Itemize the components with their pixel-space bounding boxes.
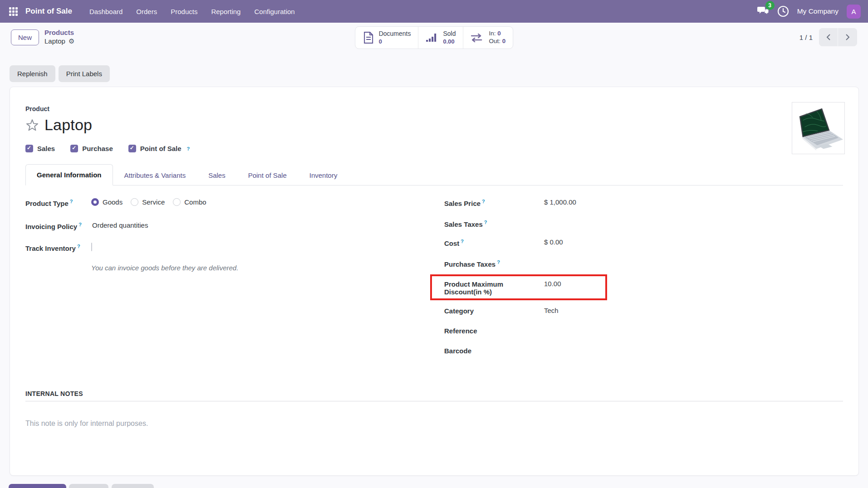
product-type-label: Product Type? bbox=[25, 198, 91, 207]
messages-count-badge: 3 bbox=[765, 1, 775, 10]
chevron-right-icon bbox=[845, 34, 850, 41]
menu-reporting[interactable]: Reporting bbox=[206, 5, 246, 19]
tab-sales[interactable]: Sales bbox=[197, 164, 237, 185]
bar-chart-icon bbox=[426, 32, 438, 44]
menu-products[interactable]: Products bbox=[165, 5, 203, 19]
breadcrumb-products-link[interactable]: Products bbox=[44, 29, 74, 37]
cost-label: Cost? bbox=[444, 238, 544, 247]
purchase-toggle[interactable]: Purchase bbox=[70, 145, 113, 152]
highlight-box: Product Maximum Discount(in %) 10.00 bbox=[430, 274, 607, 300]
company-switcher[interactable]: My Company bbox=[797, 7, 839, 15]
document-icon bbox=[363, 31, 374, 44]
smart-buttons: Documents 0 Sold 0.00 In: 0 Ou bbox=[355, 26, 514, 49]
top-navbar: Point of Sale Dashboard Orders Products … bbox=[0, 0, 868, 23]
sold-label: Sold bbox=[443, 30, 456, 38]
chevron-left-icon bbox=[826, 34, 831, 41]
grid-icon bbox=[9, 7, 18, 16]
in-out-smart-button[interactable]: In: 0 Out: 0 bbox=[464, 27, 513, 49]
menu-dashboard[interactable]: Dashboard bbox=[84, 5, 128, 19]
point-of-sale-toggle-label: Point of Sale bbox=[140, 145, 181, 152]
documents-count: 0 bbox=[379, 38, 382, 45]
reference-label: Reference bbox=[444, 327, 544, 335]
main-menu: Dashboard Orders Products Reporting Conf… bbox=[84, 5, 300, 19]
record-type-label: Product bbox=[25, 105, 843, 112]
goods-radio-icon[interactable] bbox=[91, 198, 99, 206]
form-sheet: Product Laptop Sales Purchase Point of S… bbox=[10, 87, 859, 476]
transfer-arrows-icon bbox=[471, 32, 485, 43]
help-icon: ? bbox=[484, 220, 487, 225]
in-value: 0 bbox=[497, 30, 501, 37]
laptop-image bbox=[792, 102, 844, 154]
menu-orders[interactable]: Orders bbox=[131, 5, 162, 19]
sales-checkbox[interactable] bbox=[25, 145, 33, 152]
replenish-button[interactable]: Replenish bbox=[10, 65, 55, 82]
favorite-star-icon[interactable] bbox=[25, 118, 39, 132]
app-name[interactable]: Point of Sale bbox=[25, 7, 72, 16]
chatter-secondary-button[interactable] bbox=[69, 484, 108, 488]
user-avatar[interactable]: A bbox=[847, 5, 861, 19]
sold-value: 0.00 bbox=[443, 38, 454, 45]
form-left-column: Product Type? Goods Service Combo bbox=[25, 198, 444, 365]
status-buttons-row: Replenish Print Labels bbox=[10, 65, 868, 82]
chatter-tertiary-button[interactable] bbox=[112, 484, 154, 488]
purchase-taxes-label: Purchase Taxes? bbox=[444, 259, 544, 268]
pager: 1 / 1 bbox=[799, 28, 857, 46]
documents-smart-button[interactable]: Documents 0 bbox=[355, 27, 419, 49]
combo-radio-icon[interactable] bbox=[173, 198, 181, 206]
product-maximum-discount-label: Product Maximum Discount(in %) bbox=[444, 280, 544, 296]
sales-toggle[interactable]: Sales bbox=[25, 145, 55, 152]
barcode-label: Barcode bbox=[444, 346, 544, 355]
out-value: 0 bbox=[502, 38, 506, 44]
internal-notes-section: INTERNAL NOTES This note is only for int… bbox=[25, 390, 843, 446]
invoicing-help-note: You can invoice goods before they are de… bbox=[91, 264, 444, 272]
help-icon: ? bbox=[187, 146, 190, 151]
help-icon: ? bbox=[482, 199, 485, 204]
radio-service[interactable]: Service bbox=[131, 198, 165, 206]
messages-button[interactable]: 3 bbox=[757, 5, 769, 18]
product-title[interactable]: Laptop bbox=[44, 116, 92, 134]
category-value[interactable]: Tech bbox=[544, 307, 559, 314]
availability-toggles: Sales Purchase Point of Sale ? bbox=[25, 145, 843, 152]
notebook-tabs: General Information Attributes & Variant… bbox=[25, 164, 843, 185]
tab-inventory[interactable]: Inventory bbox=[298, 164, 349, 185]
help-icon: ? bbox=[77, 244, 80, 249]
point-of-sale-checkbox[interactable] bbox=[128, 145, 136, 152]
help-icon: ? bbox=[497, 259, 500, 265]
form-right-column: Sales Price? $ 1,000.00 Sales Taxes? Cos… bbox=[444, 198, 843, 365]
product-image[interactable] bbox=[792, 102, 845, 154]
invoicing-policy-value[interactable]: Ordered quantities bbox=[92, 221, 148, 229]
menu-configuration[interactable]: Configuration bbox=[249, 5, 300, 19]
breadcrumb-current: Laptop bbox=[44, 37, 65, 46]
radio-goods[interactable]: Goods bbox=[91, 198, 123, 206]
out-label: Out: bbox=[489, 38, 501, 44]
pager-counter: 1 / 1 bbox=[799, 34, 813, 41]
sold-smart-button[interactable]: Sold 0.00 bbox=[418, 27, 463, 49]
breadcrumb: Products Laptop ⚙ bbox=[44, 29, 74, 46]
control-panel: New Products Laptop ⚙ Documents 0 bbox=[0, 23, 868, 52]
product-maximum-discount-value[interactable]: 10.00 bbox=[544, 280, 561, 288]
tab-general-information[interactable]: General Information bbox=[25, 164, 113, 185]
chatter-primary-button[interactable] bbox=[9, 484, 66, 488]
pager-previous-button[interactable] bbox=[819, 28, 838, 46]
pager-next-button[interactable] bbox=[838, 28, 857, 46]
sales-taxes-label: Sales Taxes? bbox=[444, 219, 544, 228]
apps-menu-icon[interactable] bbox=[5, 4, 21, 19]
track-inventory-checkbox[interactable] bbox=[91, 243, 92, 251]
tab-point-of-sale[interactable]: Point of Sale bbox=[237, 164, 298, 185]
sales-price-value[interactable]: $ 1,000.00 bbox=[544, 198, 576, 206]
internal-notes-placeholder[interactable]: This note is only for internal purposes. bbox=[25, 420, 843, 428]
tab-attributes-variants[interactable]: Attributes & Variants bbox=[113, 164, 197, 185]
actions-gear-icon[interactable]: ⚙ bbox=[69, 37, 74, 46]
purchase-checkbox[interactable] bbox=[70, 145, 78, 152]
help-icon: ? bbox=[461, 239, 464, 244]
activities-clock-icon[interactable] bbox=[777, 5, 789, 17]
track-inventory-label: Track Inventory? bbox=[25, 243, 91, 252]
print-labels-button[interactable]: Print Labels bbox=[59, 65, 110, 82]
new-button[interactable]: New bbox=[11, 29, 39, 45]
service-radio-icon[interactable] bbox=[131, 198, 138, 206]
point-of-sale-toggle[interactable]: Point of Sale ? bbox=[128, 145, 190, 152]
help-icon: ? bbox=[78, 222, 82, 227]
sales-toggle-label: Sales bbox=[37, 145, 55, 152]
cost-value[interactable]: $ 0.00 bbox=[544, 238, 563, 246]
radio-combo[interactable]: Combo bbox=[173, 198, 206, 206]
